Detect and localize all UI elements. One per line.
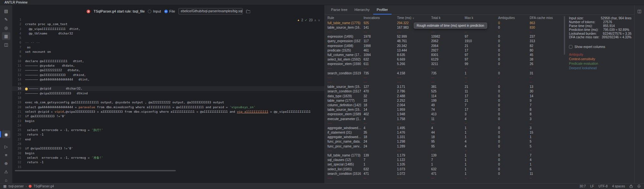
- next-issue-chevron-icon[interactable]: ∨: [318, 18, 320, 23]
- editor[interactable]: 1234567891011121314151617181920212223242…: [12, 17, 325, 183]
- input-file-path-field[interactable]: ebelice/Github/tsql-parser/examples/big.…: [178, 8, 243, 14]
- code-line[interactable]: as: [25, 45, 325, 50]
- column-header-time-ms-[interactable]: Time (ms)∨: [394, 16, 429, 20]
- table-row[interactable]: select_list_elem (1592)6326.669612997038: [325, 57, 563, 62]
- table-vscrollbar-thumb[interactable]: [564, 16, 565, 55]
- services-icon[interactable]: ⌂: [2, 176, 10, 184]
- table-row[interactable]: execute_parameter (1…41.75811403: [325, 117, 563, 121]
- editor-hscrollbar-thumb[interactable]: [15, 170, 176, 171]
- table-row[interactable]: full_column_name (17…10948.635830197045: [325, 52, 563, 57]
- structure-icon[interactable]: ▦: [2, 32, 10, 40]
- table-row[interactable]: ···················: [325, 176, 563, 180]
- table-row[interactable]: ···················: [325, 80, 563, 84]
- inspection-widget[interactable]: ▲ 2 ✓ 23 ∧ ∨: [297, 18, 320, 23]
- code-line[interactable]: [25, 165, 325, 169]
- table-row[interactable]: aggregate_windowed…41.4954103: [325, 126, 563, 130]
- table-row[interactable]: ···················: [325, 75, 563, 80]
- column-header-total-k[interactable]: Total k: [429, 16, 462, 20]
- table-row[interactable]: set_special (1485)11.1051101: [325, 162, 563, 167]
- search-icon[interactable]: ◎: [2, 24, 10, 32]
- code-line[interactable]: [25, 96, 325, 100]
- bookmarks-icon[interactable]: ◫: [2, 41, 10, 48]
- run-icon[interactable]: ▷: [2, 143, 10, 150]
- show-expert-columns-checkbox[interactable]: Show expert columns: [569, 45, 631, 49]
- code-line[interactable]: [25, 142, 325, 146]
- browse-folder-icon[interactable]: [246, 10, 250, 13]
- table-row[interactable]: query_expression (1527)11748.76120621910…: [325, 39, 563, 43]
- editor-code[interactable]: create proc up_com_test @p_vipa111111111…: [25, 17, 325, 183]
- tool-windows-toggle-icon[interactable]: ▦: [3, 184, 6, 188]
- code-line[interactable]: begin: [25, 151, 325, 156]
- table-row[interactable]: ···················: [325, 121, 563, 126]
- table-row[interactable]: select_list (1581)6321.073632106: [325, 167, 563, 171]
- code-line[interactable]: [25, 36, 325, 40]
- code-line[interactable]: [25, 17, 325, 22]
- code-line[interactable]: end: [25, 137, 325, 142]
- radio-file[interactable]: File: [164, 9, 175, 13]
- tab-hierarchy[interactable]: Hierarchy: [351, 5, 373, 14]
- line-separator[interactable]: LF: [590, 184, 594, 188]
- table-row[interactable]: expression (1498)199820.342206421082: [325, 43, 563, 48]
- radio-input[interactable]: Input: [148, 9, 161, 13]
- table-row[interactable]: search_condition (1519)7354.1587351031: [325, 71, 563, 75]
- code-line[interactable]: ——————— @vipa333333333333 dtkind: [25, 91, 325, 96]
- code-line[interactable]: select @vipid = vipid,@vipa33333333333 =…: [25, 109, 325, 114]
- code-line[interactable]: ——————— @sysdate dtdate,: [25, 63, 325, 68]
- code-line[interactable]: exec nb_com_getsysconfig @a1111111111111…: [25, 100, 325, 105]
- lock-icon[interactable]: [630, 184, 633, 188]
- column-header-invocations[interactable]: Invocations: [361, 16, 394, 20]
- code-line[interactable]: begin: [25, 119, 325, 123]
- table-vscrollbar[interactable]: [563, 15, 566, 183]
- file-encoding[interactable]: UTF-8: [599, 184, 608, 188]
- table-row[interactable]: ···················: [325, 30, 563, 34]
- notifications-icon[interactable]: ◫: [635, 7, 644, 15]
- code-line[interactable]: select errorcode = -1, errormsg = '准备!': [25, 156, 325, 160]
- notification-bell-icon[interactable]: [637, 184, 641, 188]
- checkbox-box-icon[interactable]: [569, 45, 573, 49]
- column-header-rule[interactable]: Rule: [325, 16, 361, 20]
- table-row[interactable]: expression_elem (1589)4021.948413308: [325, 112, 563, 117]
- code-line[interactable]: ——————— @a333333333333 dtkind,: [25, 73, 325, 77]
- tab-parse-tree[interactable]: Parse tree: [327, 5, 351, 14]
- code-line[interactable]: set nocount on: [25, 50, 325, 54]
- code-line[interactable]: if @vipa333333333333 !='0': [25, 146, 325, 151]
- table-row[interactable]: search_condition (1517)4702.78652511030: [325, 89, 563, 94]
- code-line[interactable]: return -1: [25, 132, 325, 137]
- column-header-dfa-cache-miss[interactable]: DFA cache miss: [527, 16, 561, 20]
- problems-icon[interactable]: ⚠: [2, 168, 10, 175]
- project-icon[interactable]: ▤: [2, 7, 10, 15]
- table-row[interactable]: table_source_item (15…141.959741708: [325, 108, 563, 112]
- caret-position[interactable]: 30:7: [579, 184, 585, 188]
- breadcrumb-file[interactable]: TSqlParser.g4: [33, 184, 54, 188]
- code-line[interactable]: -- -- --: [25, 40, 325, 45]
- table-row[interactable]: aggregate_windowed…181.33118101: [325, 135, 563, 139]
- table-row[interactable]: expression_elem (1590)6115.266321199026: [325, 62, 563, 66]
- table-row[interactable]: ···················: [325, 66, 563, 71]
- indent-setting[interactable]: 4 spaces: [612, 184, 625, 188]
- code-line[interactable]: @p_tblname dtchar32: [25, 31, 325, 36]
- table-row[interactable]: column_definition (1421)182.06449707: [325, 103, 563, 107]
- column-header-ambiguities[interactable]: Ambiguities: [496, 16, 527, 20]
- code-line[interactable]: [25, 82, 325, 86]
- code-line[interactable]: ——————— @a4444444444444444 dtint,: [25, 77, 325, 82]
- editor-hscrollbar[interactable]: [12, 170, 325, 172]
- code-line[interactable]: declare @a1111111111111 dtint,: [25, 59, 325, 63]
- table-row[interactable]: table_name (1777)332.2521992109: [325, 98, 563, 103]
- prev-issue-chevron-icon[interactable]: ∧: [314, 18, 317, 23]
- table-row[interactable]: func_proc_name_data…241.29895405: [325, 139, 563, 144]
- code-line[interactable]: [25, 54, 325, 59]
- radio-file-circle-icon[interactable]: [164, 10, 168, 13]
- table-row[interactable]: data_type (1829)322.48811417014: [325, 94, 563, 98]
- code-line[interactable]: create proc up_com_test: [25, 22, 325, 26]
- git-icon[interactable]: ⊕: [2, 159, 10, 167]
- code-line[interactable]: @p_vipa1111111111111 dtint,: [25, 27, 325, 31]
- intention-bulb-icon[interactable]: [25, 88, 28, 90]
- column-header-max-k[interactable]: Max k: [462, 16, 496, 20]
- antlr-preview-icon[interactable]: ◉: [2, 130, 10, 138]
- table-row[interactable]: expression (1495)197852.99910982970237: [325, 34, 563, 39]
- tab-profiler[interactable]: Profiler: [373, 5, 392, 14]
- code-line[interactable]: select @a44444444444444444 = paravalue f…: [25, 105, 325, 109]
- code-line[interactable]: return -1: [25, 160, 325, 165]
- terminal-icon[interactable]: ≡: [2, 151, 10, 159]
- code-line[interactable]: select errorcode = -1, errormsg = '执行!': [25, 128, 325, 132]
